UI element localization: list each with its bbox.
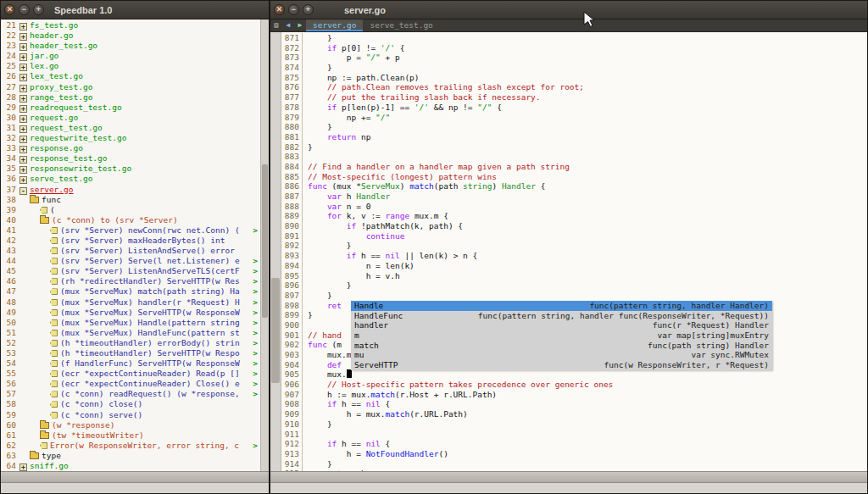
folder-icon[interactable] [40,217,49,224]
tag-icon[interactable] [50,299,58,306]
entry-label[interactable]: responsewrite_test.go [30,164,131,173]
expand-icon[interactable]: + [19,105,27,113]
speedbar-row[interactable]: 58(c *conn) close() [1,399,259,409]
entry-label[interactable]: ( [50,205,55,214]
speedbar-row[interactable]: 44(srv *Server) Serve(l net.Listener) e> [1,256,259,266]
entry-label[interactable]: requestwrite_test.go [30,133,126,142]
entry-label[interactable]: header_test.go [30,41,97,50]
code-line[interactable]: 881 return np [282,132,867,142]
code-line[interactable]: 909 h = mux.match(r.URL.Path) [282,409,867,419]
entry-label[interactable]: (h *timeoutHandler) ServeHTTP(w Respo [60,348,240,358]
entry-label[interactable]: request.go [30,113,78,122]
code-line[interactable]: 891 continue [282,231,867,241]
code-line[interactable]: 913 h = NotFoundHandler() [282,449,867,459]
code-line[interactable]: 878 if p[len(p)-1] == '/' && np != "/" { [282,103,867,113]
entry-label[interactable]: header.go [30,31,73,40]
code-line[interactable]: 884// Find a handler on a handler map gi… [282,162,867,172]
code-line[interactable]: 880 } [282,122,867,132]
speedbar-row[interactable]: 38func [1,195,259,205]
speedbar-row[interactable]: 60(w *response) [1,420,259,430]
tag-icon[interactable] [50,278,58,285]
entry-label[interactable]: (c *conn) readRequest() (w *response, [60,389,240,398]
tag-icon[interactable] [50,237,58,244]
entry-label[interactable]: lex.go [30,61,58,70]
code-line[interactable]: 905 mux. [282,369,867,380]
tag-icon[interactable] [50,412,58,419]
tag-icon[interactable] [50,391,58,397]
code-line[interactable]: 888 var n = 0 [282,202,867,212]
code-line[interactable]: 877 // put the trailing slash back if ne… [282,92,867,103]
speedbar-row[interactable]: 24+jar.go [1,51,259,61]
code-line[interactable]: 912 if h == nil { [282,439,867,449]
speedbar-row[interactable]: 62Error(w ResponseWriter, error string, … [1,441,259,451]
speedbar-row[interactable]: 37-server.go [1,185,259,195]
code-line[interactable]: 908 if h == nil { [282,399,867,409]
minimize-icon[interactable]: − [288,4,299,15]
entry-label[interactable]: range_test.go [30,92,92,102]
speedbar-row[interactable]: 21+fs_test.go [1,20,259,31]
code-line[interactable]: 893 if h == nil || len(k) > n { [282,251,867,261]
entry-label[interactable]: type [42,451,61,460]
entry-label[interactable]: (tw *timeoutWriter) [52,430,144,440]
speedbar-row[interactable]: 63type [1,451,259,461]
code-line[interactable]: 896 } [282,280,867,291]
expand-icon[interactable]: + [19,136,27,143]
entry-label[interactable]: fs_test.go [30,20,78,30]
speedbar-row[interactable]: 64+sniff.go [1,461,259,471]
code-line[interactable]: 873 p = "/" + p [282,53,867,63]
expand-icon[interactable]: + [19,156,27,164]
minibuffer[interactable]: '(rdijle'(df [270,483,867,493]
expand-icon[interactable]: + [19,166,27,174]
tag-icon[interactable] [50,330,58,336]
speedbar-row[interactable]: 34+response_test.go [1,153,259,164]
code-line[interactable]: 914 } [282,459,867,469]
entry-label[interactable]: server.go [30,185,73,194]
collapse-icon[interactable]: - [19,187,27,195]
tab-serve-test-go[interactable]: serve_test.go [363,19,439,31]
speedbar-row[interactable]: 29+readrequest_test.go [1,103,259,113]
tag-icon[interactable] [50,319,58,326]
speedbar-row[interactable]: 43(srv *Server) ListenAndServe() error [1,246,259,256]
expand-icon[interactable]: + [19,463,27,471]
minimize-icon[interactable]: − [19,4,30,15]
maximize-icon[interactable]: + [33,4,44,15]
folder-icon[interactable] [40,432,49,439]
expand-icon[interactable]: + [19,33,27,41]
scrollbar-thumb[interactable] [262,164,268,318]
expand-icon[interactable]: + [19,95,27,103]
speedbar-row[interactable]: 42(srv *Server) maxHeaderBytes() int [1,236,259,246]
entry-label[interactable]: (mux *ServeMux) ServeHTTP(w ResponseW [60,308,240,317]
entry-label[interactable]: request_test.go [30,123,103,132]
entry-label[interactable]: Error(w ResponseWriter, error string, c [50,441,239,450]
completion-item[interactable]: muvar sync.RWMutex [351,350,772,360]
tag-icon[interactable] [50,258,58,264]
scroll-left-icon[interactable]: ◀ [282,19,294,31]
scroll-right-icon[interactable]: ▶ [294,19,306,31]
code-line[interactable]: 871 } [282,33,867,43]
code-line[interactable]: 887 var h Handler [282,191,867,202]
tag-icon[interactable] [50,360,58,367]
code-area[interactable]: 871 }872 if p[0] != '/' {873 p = "/" + p… [282,33,867,471]
speedbar-row[interactable]: 27+proxy_test.go [1,82,259,92]
code-line[interactable]: 876 // path.Clean removes trailing slash… [282,82,867,92]
code-line[interactable]: 886func (mux *ServeMux) match(path strin… [282,181,867,191]
code-line[interactable]: 889 for k, v := range mux.m { [282,211,867,221]
speedbar-row[interactable]: 25+lex.go [1,61,259,71]
tag-icon[interactable] [40,442,47,449]
speedbar-row[interactable]: 49(mux *ServeMux) ServeHTTP(w ResponseW> [1,308,259,318]
speedbar-row[interactable]: 32+requestwrite_test.go [1,133,259,143]
speedbar-scrollbar[interactable] [260,19,269,471]
expand-icon[interactable]: + [19,53,27,61]
completion-item[interactable]: HandleFuncfunc(pattern string, handler f… [351,311,772,321]
entry-label[interactable]: (c *conn) to (srv *Server) [52,215,178,225]
entry-label[interactable]: (srv *Server) Serve(l net.Listener) e [60,256,240,265]
speedbar-row[interactable]: 22+header.go [1,31,259,41]
tab-server-go[interactable]: server.go [306,19,363,31]
entry-label[interactable]: (c *conn) close() [60,399,142,408]
entry-label[interactable]: (srv *Server) ListenAndServe() error [60,246,235,255]
code-line[interactable]: 906 // Host-specific pattern takes prece… [282,380,867,390]
speedbar-row[interactable]: 45(srv *Server) ListenAndServeTLS(certF> [1,266,259,276]
entry-label[interactable]: lex_test.go [30,71,83,80]
scrollbar-thumb[interactable] [271,278,280,383]
entry-label[interactable]: (srv *Server) maxHeaderBytes() int [60,236,225,245]
